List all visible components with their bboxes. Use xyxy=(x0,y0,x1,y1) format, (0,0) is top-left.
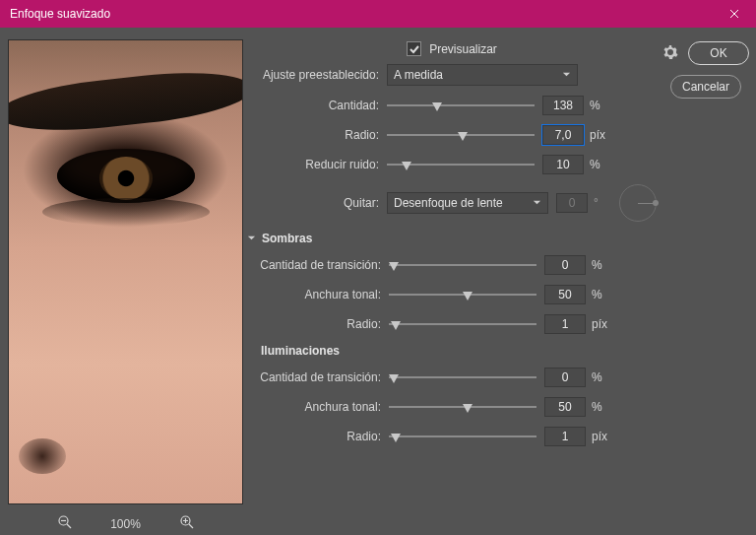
preview-checkbox[interactable] xyxy=(407,41,421,56)
highlights-radius-unit: píx xyxy=(586,430,617,443)
noise-label: Reducir ruido: xyxy=(247,158,387,171)
highlights-tonal-slider[interactable] xyxy=(389,399,536,415)
radius-input[interactable]: 7,0 xyxy=(542,125,584,145)
close-icon xyxy=(729,9,739,19)
highlights-header: Iluminaciones xyxy=(261,344,657,358)
shadows-radius-slider[interactable] xyxy=(389,316,536,332)
noise-unit: % xyxy=(584,158,615,171)
preview-row: Previsualizar xyxy=(247,41,657,56)
cancel-button[interactable]: Cancelar xyxy=(670,75,741,99)
highlights-fade-row: Cantidad de transición: 0 % xyxy=(247,368,657,387)
shadows-fade-slider[interactable] xyxy=(389,257,536,273)
chevron-down-icon xyxy=(247,232,256,245)
highlights-radius-slider[interactable] xyxy=(389,429,536,444)
highlights-radius-label: Radio: xyxy=(247,430,389,443)
shadows-tonal-label: Anchura tonal: xyxy=(247,288,389,301)
highlights-tonal-label: Anchura tonal: xyxy=(247,400,389,414)
highlights-radius-row: Radio: 1 píx xyxy=(247,427,657,446)
preview-column: 100% xyxy=(8,35,243,533)
gear-icon xyxy=(662,44,678,60)
chevron-down-icon xyxy=(533,196,541,210)
shadows-tonal-slider[interactable] xyxy=(389,287,536,302)
amount-input[interactable]: 138 xyxy=(542,96,584,115)
close-button[interactable] xyxy=(713,0,756,28)
amount-unit: % xyxy=(584,99,615,112)
zoom-bar: 100% xyxy=(57,514,195,533)
angle-unit: ° xyxy=(588,196,613,210)
highlights-fade-slider[interactable] xyxy=(389,369,536,385)
shadows-tonal-row: Anchura tonal: 50 % xyxy=(247,285,657,304)
highlights-tonal-row: Anchura tonal: 50 % xyxy=(247,397,657,417)
highlights-group: Cantidad de transición: 0 % Anchura tona… xyxy=(247,368,657,446)
preset-label: Ajuste preestablecido: xyxy=(247,68,387,82)
zoom-in-icon xyxy=(179,514,195,530)
zoom-out-button[interactable] xyxy=(57,514,73,533)
remove-select[interactable]: Desenfoque de lente xyxy=(387,192,548,214)
shadows-fade-row: Cantidad de transición: 0 % xyxy=(247,255,657,275)
highlights-fade-label: Cantidad de transición: xyxy=(247,370,389,384)
shadows-radius-input[interactable]: 1 xyxy=(544,314,586,334)
titlebar: Enfoque suavizado xyxy=(0,0,756,28)
highlights-tonal-input[interactable]: 50 xyxy=(544,397,586,417)
button-column: OK Cancelar xyxy=(662,35,756,533)
shadows-tonal-input[interactable]: 50 xyxy=(544,285,586,304)
radius-row: Radio: 7,0 píx xyxy=(247,125,657,145)
shadows-tonal-unit: % xyxy=(586,288,617,301)
highlights-fade-input[interactable]: 0 xyxy=(544,368,586,387)
amount-slider[interactable] xyxy=(387,98,535,113)
remove-label: Quitar: xyxy=(247,196,387,210)
shadows-header[interactable]: Sombras xyxy=(247,232,657,245)
highlights-radius-input[interactable]: 1 xyxy=(544,427,586,446)
highlights-tonal-unit: % xyxy=(586,400,617,414)
shadows-radius-unit: píx xyxy=(586,317,617,331)
angle-input: 0 xyxy=(556,193,588,213)
angle-dial xyxy=(619,184,657,222)
amount-label: Cantidad: xyxy=(247,99,387,112)
ok-button[interactable]: OK xyxy=(688,41,749,65)
chevron-down-icon xyxy=(562,68,571,82)
shadows-fade-unit: % xyxy=(586,258,617,272)
preset-row: Ajuste preestablecido: A medida xyxy=(247,64,657,86)
shadows-group: Cantidad de transición: 0 % Anchura tona… xyxy=(247,255,657,334)
radius-unit: píx xyxy=(584,128,615,142)
remove-value: Desenfoque de lente xyxy=(394,196,503,210)
window-title: Enfoque suavizado xyxy=(10,7,110,21)
shadows-radius-label: Radio: xyxy=(247,317,389,331)
preview-checkbox-label: Previsualizar xyxy=(429,42,497,56)
zoom-level: 100% xyxy=(106,517,146,531)
preset-select[interactable]: A medida xyxy=(387,64,578,86)
noise-input[interactable]: 10 xyxy=(542,155,584,174)
amount-row: Cantidad: 138 % xyxy=(247,96,657,115)
shadows-title: Sombras xyxy=(262,232,312,245)
radius-slider[interactable] xyxy=(387,127,535,143)
shadows-fade-label: Cantidad de transición: xyxy=(247,258,389,272)
check-icon xyxy=(410,44,419,54)
settings-button[interactable] xyxy=(662,44,678,63)
zoom-out-icon xyxy=(57,514,73,530)
radius-label: Radio: xyxy=(247,128,387,142)
dialog-window: Enfoque suavizado 100% xyxy=(0,0,756,535)
shadows-fade-input[interactable]: 0 xyxy=(544,255,586,275)
dialog-body: 100% Previsualizar Ajuste preestablecido… xyxy=(0,28,756,535)
preview-image[interactable] xyxy=(8,39,243,504)
highlights-fade-unit: % xyxy=(586,370,617,384)
noise-slider[interactable] xyxy=(387,157,535,172)
controls-column: Previsualizar Ajuste preestablecido: A m… xyxy=(243,35,662,533)
highlights-title: Iluminaciones xyxy=(261,344,340,358)
remove-row: Quitar: Desenfoque de lente 0 ° xyxy=(247,184,657,222)
zoom-in-button[interactable] xyxy=(179,514,195,533)
noise-row: Reducir ruido: 10 % xyxy=(247,155,657,174)
shadows-radius-row: Radio: 1 píx xyxy=(247,314,657,334)
preset-value: A medida xyxy=(394,68,443,82)
